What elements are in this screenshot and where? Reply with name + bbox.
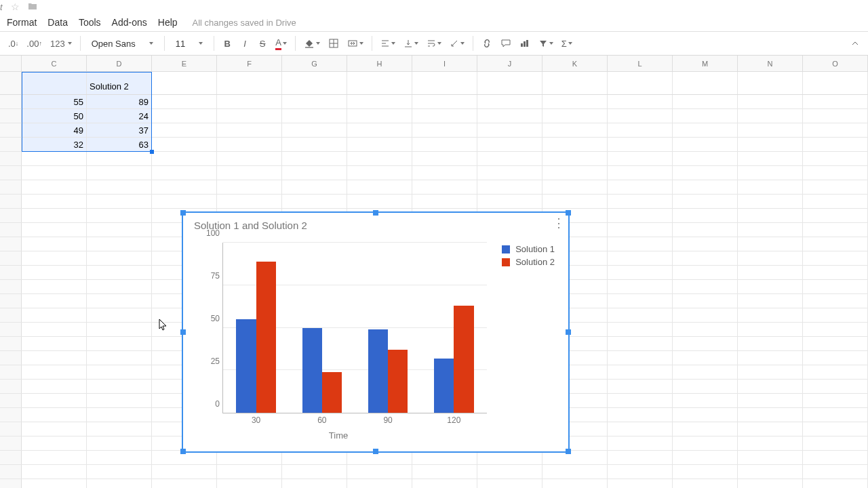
cell[interactable] (542, 72, 608, 94)
row-number[interactable] (0, 237, 22, 251)
cell[interactable] (22, 436, 87, 450)
row-number[interactable] (0, 394, 22, 407)
cell[interactable] (608, 294, 673, 308)
cell[interactable] (608, 123, 673, 137)
cell[interactable] (673, 308, 738, 322)
fill-color[interactable] (301, 35, 323, 52)
cell[interactable] (673, 465, 738, 479)
column-header[interactable]: N (738, 56, 803, 71)
functions-icon[interactable]: Σ (559, 35, 575, 52)
row-number[interactable] (0, 280, 22, 293)
row-number[interactable] (0, 209, 22, 222)
cell[interactable] (608, 195, 673, 208)
cell[interactable] (803, 195, 868, 208)
cell[interactable] (608, 308, 673, 322)
row-number[interactable] (0, 308, 22, 322)
cell[interactable] (608, 223, 673, 237)
cell[interactable] (217, 451, 282, 464)
cell[interactable] (673, 237, 738, 251)
cell[interactable] (412, 180, 477, 194)
cell[interactable] (608, 394, 673, 407)
cell[interactable] (803, 251, 868, 265)
cell[interactable] (738, 436, 803, 450)
row-number[interactable] (0, 180, 22, 194)
link-icon[interactable] (479, 35, 495, 52)
cell[interactable] (22, 152, 87, 165)
cell[interactable] (803, 123, 868, 137)
cell[interactable] (608, 95, 673, 108)
cell[interactable] (542, 152, 608, 165)
cell[interactable] (412, 465, 477, 479)
cell[interactable] (87, 294, 152, 308)
cell[interactable] (608, 152, 673, 165)
row-number[interactable] (0, 123, 22, 137)
cell[interactable] (22, 266, 87, 279)
cell[interactable] (152, 180, 217, 194)
cell[interactable] (673, 451, 738, 464)
folder-icon[interactable] (28, 1, 37, 12)
cell[interactable] (347, 123, 412, 137)
cell[interactable] (608, 266, 673, 279)
cell[interactable] (22, 337, 87, 350)
column-header[interactable]: F (217, 56, 282, 71)
resize-handle[interactable] (373, 449, 378, 454)
borders[interactable] (326, 35, 342, 52)
cell[interactable] (347, 479, 412, 488)
collapse-toolbar-icon[interactable] (848, 35, 863, 52)
cell[interactable]: 32 (22, 138, 87, 151)
cell[interactable] (22, 394, 87, 407)
cell[interactable] (412, 451, 477, 464)
row-number[interactable] (0, 479, 22, 488)
cell[interactable] (22, 465, 87, 479)
cell[interactable] (347, 195, 412, 208)
column-header[interactable]: C (22, 56, 87, 71)
cell[interactable] (738, 294, 803, 308)
cell[interactable] (738, 209, 803, 222)
cell[interactable] (87, 337, 152, 350)
cell[interactable] (412, 95, 477, 108)
cell[interactable] (87, 479, 152, 488)
cell[interactable] (152, 123, 217, 137)
row-number[interactable] (0, 72, 22, 94)
cell[interactable] (803, 95, 868, 108)
cell[interactable] (673, 365, 738, 379)
cell[interactable] (87, 223, 152, 237)
cell[interactable] (217, 166, 282, 180)
cell[interactable] (412, 138, 477, 151)
cell[interactable] (608, 323, 673, 336)
cell[interactable] (22, 380, 87, 393)
row-number[interactable] (0, 451, 22, 464)
cell[interactable] (608, 237, 673, 251)
cell[interactable] (608, 408, 673, 422)
cell[interactable] (803, 266, 868, 279)
cell[interactable] (87, 465, 152, 479)
cell[interactable] (673, 280, 738, 293)
cell[interactable] (22, 223, 87, 237)
cell[interactable] (608, 180, 673, 194)
cell[interactable] (152, 109, 217, 123)
cell[interactable] (217, 465, 282, 479)
cell[interactable] (217, 195, 282, 208)
row-number[interactable] (0, 138, 22, 151)
cell[interactable] (608, 138, 673, 151)
cell[interactable] (22, 408, 87, 422)
cell[interactable] (87, 323, 152, 336)
merge-cells[interactable] (344, 35, 366, 52)
cell[interactable] (152, 72, 217, 94)
cell[interactable] (542, 180, 608, 194)
cell[interactable] (673, 152, 738, 165)
comment-icon[interactable] (498, 35, 514, 52)
h-align[interactable] (378, 35, 398, 52)
cell[interactable] (803, 294, 868, 308)
cell[interactable] (87, 166, 152, 180)
bold-button[interactable]: B (220, 35, 235, 52)
cell[interactable]: Solution 2 (87, 72, 152, 94)
cell[interactable] (803, 351, 868, 365)
column-header[interactable]: E (152, 56, 217, 71)
menu-addons[interactable]: Add-ons (112, 17, 147, 28)
cell[interactable] (477, 109, 542, 123)
cell[interactable] (152, 479, 217, 488)
cell[interactable] (738, 394, 803, 407)
font-size-select[interactable]: 11 (170, 35, 208, 52)
cell[interactable] (87, 209, 152, 222)
